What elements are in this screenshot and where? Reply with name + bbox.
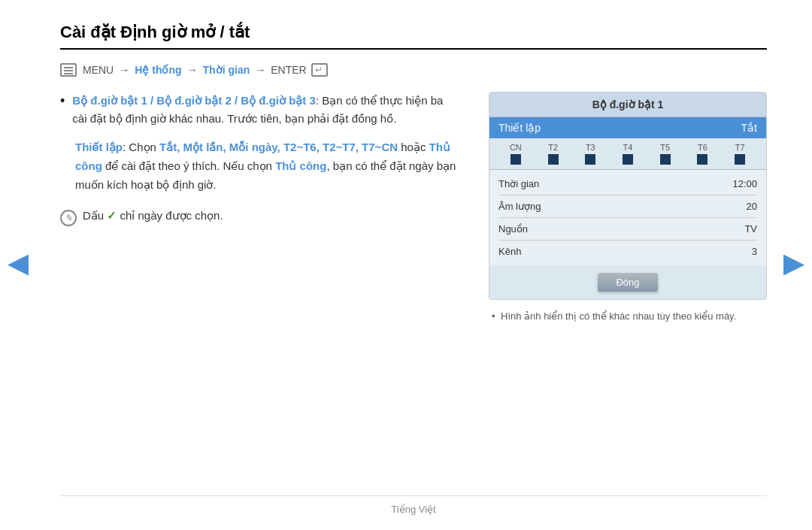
or-text: hoặc [398,141,429,153]
footer-language: Tiếng Việt [391,504,435,515]
header-tat: Tắt [741,122,757,134]
breadcrumb-thoi-gian: Thời gian [203,64,250,76]
breadcrumb-arrow3: → [255,64,265,76]
info-row-thoi-gian: Thời gian 12:00 [498,173,757,195]
menu-icon [60,63,77,77]
day-t6: T6 [684,143,722,165]
panel-column: Bộ đ.giờ bật 1 Thiết lập Tắt CN T2 [489,92,767,488]
bullet-item-1: • Bộ đ.giờ bật 1 / Bộ đ.giờ bật 2 / Bộ đ… [60,92,459,128]
manual2-text: Thủ công [275,159,326,172]
timer-links: Bộ đ.giờ bật 1 / Bộ đ.giờ bật 2 / Bộ đ.g… [72,94,316,107]
tv-panel-button-row: Đóng [489,265,766,299]
text-column: • Bộ đ.giờ bật 1 / Bộ đ.giờ bật 2 / Bộ đ… [60,92,459,488]
tv-panel-title: Bộ đ.giờ bật 1 [489,92,766,117]
page-container: Cài đặt Định giờ mở / tắt MENU → Hệ thốn… [0,0,812,530]
checkmark: ✓ [107,209,117,222]
tv-panel-info: Thời gian 12:00 Âm lượng 20 Nguồn TV Kên… [489,170,766,265]
page-title: Cài đặt Định giờ mở / tắt [60,23,767,50]
breadcrumb-arrow1: → [119,64,129,76]
day-t4: T4 [609,143,647,165]
note-section: ✎ Dấu ✓ chỉ ngày được chọn. [60,209,459,226]
thiet-lap-label: Thiết lập [75,141,123,153]
breadcrumb: MENU → Hệ thống → Thời gian → ENTER [60,63,767,77]
day-t2: T2 [535,143,572,165]
breadcrumb-arrow2: → [187,64,198,76]
note-icon: ✎ [60,210,77,226]
breadcrumb-enter: ENTER [271,64,306,76]
breadcrumb-he-thong: Hệ thống [135,64,181,76]
sub-paragraph: Thiết lập: Chọn Tắt, Một lần, Mỗi ngày, … [60,138,459,194]
tv-panel-days: CN T2 T3 T4 [489,138,766,170]
nav-arrow-right[interactable] [783,255,804,276]
info-row-nguon: Nguồn TV [498,218,757,241]
day-t7: T7 [721,143,759,165]
info-row-am-luong: Âm lượng 20 [498,195,757,218]
footer: Tiếng Việt [60,495,767,515]
bullet-text-1: Bộ đ.giờ bật 1 / Bộ đ.giờ bật 2 / Bộ đ.g… [72,92,459,128]
day-squares: CN T2 T3 T4 [497,143,759,165]
header-thiet-lap: Thiết lập [498,122,541,134]
note-text-2: chỉ ngày được chọn. [117,209,223,222]
info-row-kenh: Kênh 3 [498,241,757,262]
day-t3: T3 [571,143,609,165]
note-text: Dấu ✓ chỉ ngày được chọn. [83,209,223,223]
day-t5: T5 [647,143,684,165]
tv-panel: Bộ đ.giờ bật 1 Thiết lập Tắt CN T2 [489,92,767,300]
nav-arrow-left[interactable] [8,255,29,276]
main-content: • Bộ đ.giờ bật 1 / Bộ đ.giờ bật 2 / Bộ đ… [60,92,767,488]
note-text-1: Dấu [83,209,107,222]
options-text: Tắt, Một lần, Mỗi ngày, T2~T6, T2~T7, T7… [159,141,398,153]
dong-button[interactable]: Đóng [598,273,657,292]
tv-panel-header: Thiết lập Tắt [489,117,766,138]
bullet-dot-1: • [60,93,65,109]
panel-note: Hình ảnh hiển thị có thể khác nhau tùy t… [489,309,767,324]
enter-icon [311,63,328,77]
day-cn: CN [497,143,535,165]
breadcrumb-menu: MENU [83,64,114,76]
text1: để cài đặt theo ý thích. Nếu chọn [102,159,275,172]
colon: : Chọn [123,141,159,153]
